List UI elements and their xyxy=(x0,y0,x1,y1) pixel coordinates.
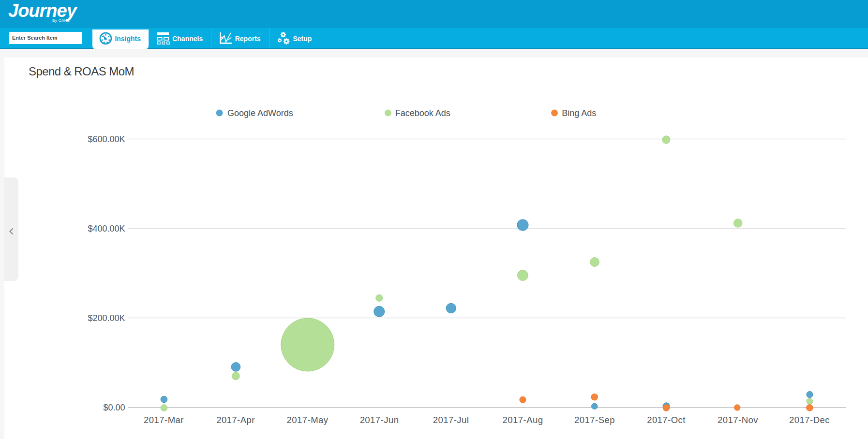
svg-text:$0.00: $0.00 xyxy=(103,403,125,412)
svg-text:Setup: Setup xyxy=(293,35,312,43)
svg-text:Bing Ads: Bing Ads xyxy=(562,108,596,118)
svg-text:Google AdWords: Google AdWords xyxy=(227,108,293,118)
svg-text:2017-Nov: 2017-Nov xyxy=(718,415,758,425)
svg-text:2017-Jul: 2017-Jul xyxy=(433,415,469,425)
svg-text:$400.00K: $400.00K xyxy=(88,224,125,234)
svg-text:Reports: Reports xyxy=(235,35,261,43)
svg-text:2017-Oct: 2017-Oct xyxy=(647,415,686,425)
svg-text:2017-Apr: 2017-Apr xyxy=(216,415,255,425)
svg-text:2017-Dec: 2017-Dec xyxy=(789,415,830,425)
svg-text:Facebook Ads: Facebook Ads xyxy=(395,108,450,118)
svg-text:$600.00K: $600.00K xyxy=(88,134,125,144)
svg-text:Insights: Insights xyxy=(115,35,141,43)
svg-text:Channels: Channels xyxy=(172,35,203,43)
svg-text:2017-Mar: 2017-Mar xyxy=(144,415,184,425)
svg-text:$200.00K: $200.00K xyxy=(88,313,125,323)
svg-text:2017-Jun: 2017-Jun xyxy=(360,415,399,425)
svg-text:2017-Aug: 2017-Aug xyxy=(503,415,543,425)
svg-text:2017-May: 2017-May xyxy=(287,415,329,425)
svg-text:2017-Sep: 2017-Sep xyxy=(574,415,615,425)
